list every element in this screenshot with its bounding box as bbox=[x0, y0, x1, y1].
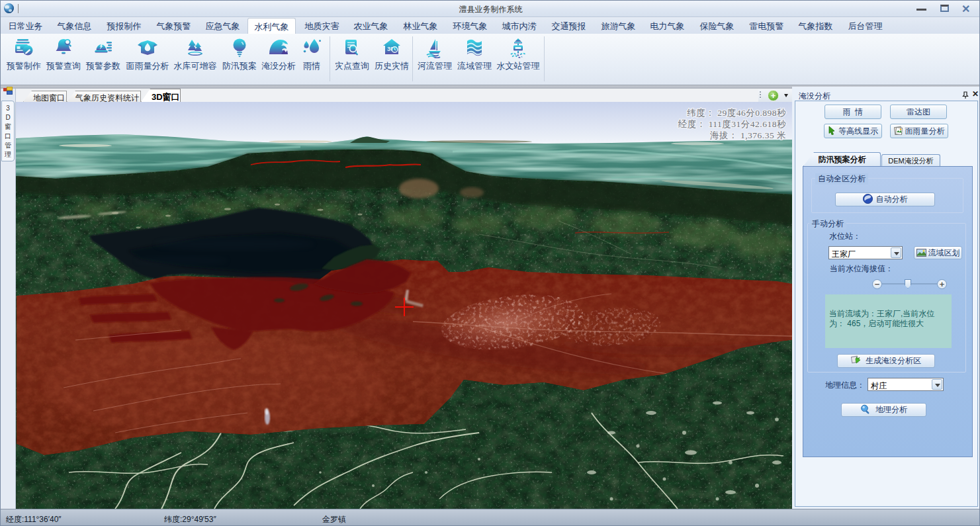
svg-text:纬度： 29度46分0.898秒: 纬度： 29度46分0.898秒 bbox=[687, 108, 786, 118]
svg-text:海拔： 1,376.35 米: 海拔： 1,376.35 米 bbox=[710, 130, 786, 140]
svg-text:经度： 111度31分42.618秒: 经度： 111度31分42.618秒 bbox=[678, 119, 786, 129]
